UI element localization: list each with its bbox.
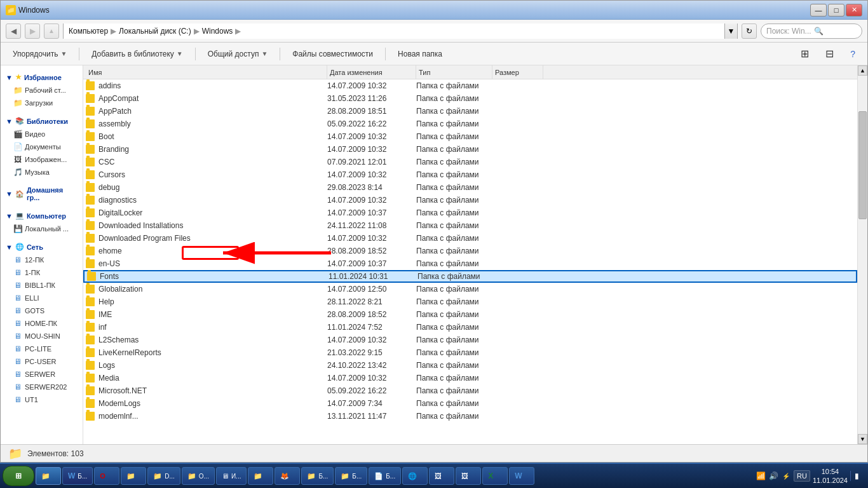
sidebar-item-pc12[interactable]: 🖥12-ПК: [1, 254, 83, 266]
address-dropdown-button[interactable]: ▼: [724, 24, 737, 39]
close-button[interactable]: ✕: [846, 4, 862, 17]
sidebar-item-pc1[interactable]: 🖥1-ПК: [1, 266, 83, 279]
scrollbar-up-button[interactable]: ▲: [858, 65, 867, 76]
sidebar-item-serwer202[interactable]: 🖥SERWER202: [1, 381, 83, 393]
sidebar-item-pc-user[interactable]: 🖥PC-USER: [1, 355, 83, 368]
maximize-button[interactable]: □: [828, 4, 844, 17]
file-row[interactable]: ModemLogs 14.07.2009 7:34 Папка с файлам…: [83, 397, 857, 410]
taskbar-item-firefox[interactable]: 🦊: [275, 467, 300, 485]
sidebar-item-mou-shin[interactable]: 🖥MOU-SHIN: [1, 330, 83, 342]
share-button[interactable]: Общий доступ ▼: [201, 46, 275, 62]
view-toggle-button[interactable]: ⊟: [818, 46, 841, 62]
forward-button[interactable]: ▶: [25, 24, 40, 39]
file-row[interactable]: ehome 28.08.2009 18:52 Папка с файлами: [83, 245, 857, 257]
taskbar-item-img2[interactable]: 🖼: [456, 467, 481, 485]
scrollbar-down-button[interactable]: ▼: [858, 434, 867, 444]
file-row[interactable]: Media 14.07.2009 10:32 Папка с файлами: [83, 372, 857, 384]
sidebar-item-elli[interactable]: 🖥ELLI: [1, 292, 83, 304]
tray-show-desktop-icon[interactable]: ▮: [850, 471, 860, 481]
file-row[interactable]: AppPatch 28.08.2009 18:51 Папка с файлам…: [83, 105, 857, 118]
add-library-button[interactable]: Добавить в библиотеку ▼: [85, 46, 189, 62]
taskbar-item-word2[interactable]: W: [509, 467, 534, 485]
new-folder-button[interactable]: Новая папка: [391, 46, 449, 62]
file-row[interactable]: IME 28.08.2009 18:52 Папка с файлами: [83, 308, 857, 321]
scrollbar-track[interactable]: ▲ ▼: [857, 65, 867, 444]
file-row[interactable]: Downloaded Program Files 14.07.2009 10:3…: [83, 232, 857, 245]
file-list[interactable]: addins 14.07.2009 10:32 Папка с файлами …: [83, 79, 857, 444]
scrollbar-thumb[interactable]: [858, 111, 867, 219]
help-button[interactable]: ?: [843, 46, 862, 62]
file-row[interactable]: AppCompat 31.05.2023 11:26 Папка с файла…: [83, 92, 857, 105]
column-header-type[interactable]: Тип: [416, 65, 492, 79]
taskbar-item-b2[interactable]: 📁 Б...: [335, 467, 367, 485]
compatibility-button[interactable]: Файлы совместимости: [285, 46, 380, 62]
column-header-name[interactable]: Имя: [86, 65, 327, 79]
sidebar-item-home-pk[interactable]: 🖥HOME-ПК: [1, 317, 83, 330]
back-button[interactable]: ◀: [6, 24, 21, 39]
sidebar-header-network[interactable]: ▼ 🌐 Сеть: [1, 240, 83, 254]
file-row[interactable]: en-US 14.07.2009 10:37 Папка с файлами: [83, 257, 857, 270]
address-path-container[interactable]: Компьютер ▶ Локальный диск (C:) ▶ Window…: [63, 24, 738, 39]
start-button[interactable]: ⊞: [3, 466, 34, 486]
sidebar-item-gots[interactable]: 🖥GOTS: [1, 304, 83, 317]
taskbar-item-img1[interactable]: 🖼: [429, 467, 454, 485]
file-row[interactable]: Fonts 11.01.2024 10:31 Папка с файлами: [83, 270, 857, 283]
taskbar-item-folder2[interactable]: 📁: [121, 467, 146, 485]
toolbar: Упорядочить ▼ Добавить в библиотеку ▼ Об…: [1, 43, 867, 65]
taskbar-item-opera[interactable]: O: [94, 467, 119, 485]
file-row[interactable]: Help 28.11.2022 8:21 Папка с файлами: [83, 295, 857, 308]
sidebar-header-libraries[interactable]: ▼ 📚 Библиотеки: [1, 114, 83, 128]
file-row[interactable]: DigitalLocker 14.07.2009 10:37 Папка с ф…: [83, 207, 857, 219]
sidebar-header-favorites[interactable]: ▼ ★ Избранное: [1, 71, 83, 84]
taskbar-item-rdp[interactable]: 🖥 И...: [216, 467, 247, 485]
minimize-button[interactable]: —: [810, 4, 827, 17]
sidebar-item-music[interactable]: 🎵 Музыка: [1, 166, 83, 179]
file-row[interactable]: Globalization 14.07.2009 12:50 Папка с ф…: [83, 283, 857, 295]
view-details-button[interactable]: ⊞: [794, 46, 816, 62]
taskbar-item-pdf[interactable]: 📄 Б...: [369, 467, 401, 485]
organize-button[interactable]: Упорядочить ▼: [6, 46, 74, 62]
file-row[interactable]: Microsoft.NET 05.09.2022 16:22 Папка с ф…: [83, 384, 857, 397]
file-row[interactable]: assembly 05.09.2022 16:22 Папка с файлам…: [83, 118, 857, 130]
sidebar-item-localdisk[interactable]: 💾 Локальный ...: [1, 222, 83, 235]
taskbar-item-excel[interactable]: X: [482, 467, 508, 485]
sidebar-item-downloads[interactable]: 📁 Загрузки: [1, 97, 83, 109]
sidebar-item-serwer[interactable]: 🖥SERWER: [1, 368, 83, 381]
refresh-button[interactable]: ↻: [742, 24, 757, 39]
file-row[interactable]: L2Schemas 14.07.2009 10:32 Папка с файла…: [83, 334, 857, 346]
taskbar-item-o[interactable]: 📁 О...: [182, 467, 215, 485]
sidebar-item-video[interactable]: 🎬 Видео: [1, 128, 83, 140]
sidebar-item-ut1[interactable]: 🖥UT1: [1, 393, 83, 406]
file-row[interactable]: debug 29.08.2023 8:14 Папка с файлами: [83, 181, 857, 194]
taskbar-item-chrome[interactable]: 🌐: [402, 467, 428, 485]
taskbar-item-word[interactable]: W Б...: [62, 467, 93, 485]
sidebar-item-images[interactable]: 🖼 Изображен...: [1, 153, 83, 166]
address-bar: ◀ ▶ ▲ Компьютер ▶ Локальный диск (C:) ▶ …: [1, 20, 867, 43]
file-row[interactable]: LiveKernelReports 21.03.2022 9:15 Папка …: [83, 346, 857, 359]
language-button[interactable]: RU: [794, 470, 810, 482]
sidebar-item-bibl1[interactable]: 🖥BIBL1-ПК: [1, 279, 83, 292]
taskbar-item-folder5[interactable]: 📁: [248, 467, 273, 485]
file-row[interactable]: Logs 24.10.2022 13:42 Папка с файлами: [83, 359, 857, 372]
file-row[interactable]: CSC 07.09.2021 12:01 Папка с файлами: [83, 156, 857, 168]
file-row[interactable]: Cursors 14.07.2009 10:32 Папка с файлами: [83, 168, 857, 181]
file-row[interactable]: addins 14.07.2009 10:32 Папка с файлами: [83, 79, 857, 92]
up-button[interactable]: ▲: [44, 24, 59, 39]
file-row[interactable]: Branding 14.07.2009 10:32 Папка с файлам…: [83, 143, 857, 156]
sidebar-item-documents[interactable]: 📄 Документы: [1, 140, 83, 153]
file-row[interactable]: modemlnf... 13.11.2021 11:47 Папка с фай…: [83, 410, 857, 423]
file-row[interactable]: Boot 14.07.2009 10:32 Папка с файлами: [83, 130, 857, 143]
search-box[interactable]: Поиск: Win... 🔍: [761, 24, 862, 39]
taskbar-item-b1[interactable]: 📁 Б...: [301, 467, 334, 485]
sidebar-item-pc-lite[interactable]: 🖥PC-LITE: [1, 342, 83, 355]
column-header-size[interactable]: Размер: [492, 65, 543, 79]
taskbar-item-d[interactable]: 📁 D...: [147, 467, 180, 485]
file-row[interactable]: inf 11.01.2024 7:52 Папка с файлами: [83, 321, 857, 334]
file-row[interactable]: Downloaded Installations 24.11.2022 11:0…: [83, 219, 857, 232]
file-row[interactable]: diagnostics 14.07.2009 10:32 Папка с фай…: [83, 194, 857, 207]
sidebar-header-computer[interactable]: ▼ 💻 Компьютер: [1, 209, 83, 222]
taskbar-item-explorer[interactable]: 📁: [36, 467, 61, 485]
sidebar-header-homegroup[interactable]: ▼ 🏠 Домашняя гр...: [1, 184, 83, 204]
sidebar-item-desktop[interactable]: 📁 Рабочий ст...: [1, 84, 83, 97]
column-header-date[interactable]: Дата изменения: [327, 65, 416, 79]
